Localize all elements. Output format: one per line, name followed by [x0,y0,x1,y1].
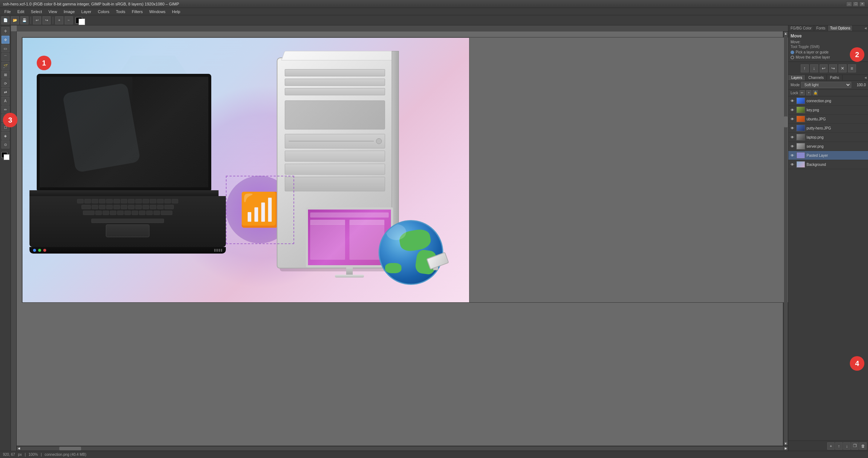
layer-item-server[interactable]: 👁 server.png [788,142,868,151]
tool-rect-select[interactable]: ▭ [1,44,9,52]
tool-text[interactable]: A [1,97,9,105]
tab-tool-options[interactable]: Tool Options [828,25,853,31]
layer-eye-background[interactable]: 👁 [790,162,795,167]
tab-layers[interactable]: Layers [788,75,805,80]
tool-crosshair[interactable]: ✛ [1,27,9,35]
layer-item-pasted[interactable]: 👁 Pasted Layer [788,151,868,160]
tool-fill[interactable]: ◈ [1,132,9,140]
step-badge-1: 1 [37,56,51,70]
tab-fg-bg-color[interactable]: FG/BG Color [788,25,814,31]
layers-panel-menu[interactable]: ◀ [863,75,868,80]
tab-fonts[interactable]: Fonts [814,25,828,31]
close-button[interactable]: ✕ [859,1,865,7]
lock-all-btn[interactable]: 🔒 [813,90,818,95]
menu-help[interactable]: Help [169,9,183,15]
layer-item-background[interactable]: 👁 Background [788,160,868,169]
hscroll-track[interactable] [21,447,784,450]
layer-menu-btn[interactable]: ≡ [848,64,856,72]
zoom-out-button[interactable]: − [65,16,73,24]
horizontal-scrollbar[interactable]: ◀ ▶ [17,446,788,451]
layer-move-down-btn[interactable]: ↓ [810,64,818,72]
layer-lower-btn[interactable]: ↓ [843,442,851,450]
canvas[interactable]: 📶 [22,37,788,303]
tab-channels[interactable]: Channels [805,75,827,80]
minimize-button[interactable]: – [846,1,852,7]
vscroll-track[interactable] [784,35,788,442]
menu-file[interactable]: File [1,9,14,15]
radio-move-active[interactable] [791,56,794,59]
window1-titlebar [310,220,345,225]
color-indicator[interactable] [76,16,87,24]
hscroll-thumb[interactable] [59,447,81,450]
layer-item-laptop[interactable]: 👁 laptop.png [788,133,868,142]
tool-pencil[interactable]: ✏ [1,105,9,113]
layer-item-ubuntu[interactable]: 👁 ubuntu.JPG [788,115,868,124]
globe-land-3 [385,263,401,273]
menu-tools[interactable]: Tools [113,9,128,15]
layer-thumb-connection [796,97,805,104]
layer-eye-putty[interactable]: 👁 [790,126,795,131]
zoom-in-button[interactable]: + [55,16,63,24]
ruler-top: // ticks drawn inline via JS below [17,25,788,31]
menu-colors[interactable]: Colors [95,9,112,15]
menu-layer[interactable]: Layer [79,9,95,15]
vertical-scrollbar[interactable]: ▲ ▼ [783,31,788,446]
vscroll-thumb[interactable] [784,116,788,127]
layer-eye-laptop[interactable]: 👁 [790,135,795,140]
vscroll-down[interactable]: ▼ [784,442,788,445]
radio-pick-layer[interactable] [791,51,794,54]
menu-edit[interactable]: Edit [15,9,27,15]
tool-transform[interactable]: ⟳ [1,79,9,87]
maximize-button[interactable]: ☐ [853,1,859,7]
panel-collapse-btn[interactable]: ◀ [863,25,868,31]
menu-windows[interactable]: Windows [146,9,168,15]
layer-item-connection[interactable]: 👁 connection.png [788,96,868,105]
undo-button[interactable]: ↩ [33,16,41,24]
status-bar: 920, 67 px | 100% | connection.png (40.4… [0,451,868,458]
layer-delete-btn[interactable]: ✕ [839,64,847,72]
layer-remove-btn[interactable]: 🗑 [859,442,867,450]
layer-move-up-btn[interactable]: ↑ [801,64,809,72]
hscroll-left[interactable]: ◀ [17,447,21,450]
globe-shine [386,224,406,240]
layer-eye-ubuntu[interactable]: 👁 [790,116,795,122]
tool-crop[interactable]: ⊠ [1,71,9,79]
lock-pixels-btn[interactable]: ✏ [800,90,805,95]
mode-label: Mode [791,83,800,87]
tool-flip[interactable]: ⇄ [1,88,9,96]
tool-color-picker[interactable]: ⊙ [1,140,9,148]
layer-new-btn[interactable]: + [827,442,835,450]
menu-image[interactable]: Image [61,9,78,15]
layer-eye-pasted[interactable]: 👁 [790,153,795,158]
tool-lasso[interactable]: ⌒ [1,53,9,61]
tool-fuzzy-select[interactable]: 🪄 [1,62,9,70]
hscroll-right[interactable]: ▶ [784,447,788,450]
mode-select[interactable]: Soft light [801,82,851,88]
layer-eye-connection[interactable]: 👁 [790,98,795,103]
layer-eye-key[interactable]: 👁 [790,107,795,112]
tool-color-swatch[interactable] [1,152,9,160]
tool-bg-color[interactable] [4,154,9,160]
menu-filters[interactable]: Filters [129,9,146,15]
layer-redo-btn[interactable]: ↪ [829,64,837,72]
layer-actions: + ↑ ↓ ❐ 🗑 [788,441,868,451]
layer-eye-server[interactable]: 👁 [790,144,795,149]
bg-color-swatch[interactable] [79,19,85,25]
layer-undo-btn[interactable]: ↩ [820,64,828,72]
layer-item-putty[interactable]: 👁 putty-hero.JPG [788,124,868,133]
vscroll-up[interactable]: ▲ [784,32,788,35]
layer-raise-btn[interactable]: ↑ [835,442,843,450]
layer-duplicate-btn[interactable]: ❐ [851,442,859,450]
redo-button[interactable]: ↪ [43,16,51,24]
save-button[interactable]: 💾 [20,16,28,24]
ruler-top-svg: // ticks drawn inline via JS below [17,25,788,31]
menu-select[interactable]: Select [28,9,45,15]
status-divider-1: | [25,453,26,457]
tab-paths[interactable]: Paths [827,75,843,80]
layer-item-key[interactable]: 👁 key.png [788,105,868,115]
open-button[interactable]: 📂 [11,16,19,24]
tool-move[interactable]: ✥ [1,36,9,44]
new-button[interactable]: 📄 [1,16,9,24]
menu-view[interactable]: View [45,9,60,15]
lock-position-btn[interactable]: + [806,90,811,95]
